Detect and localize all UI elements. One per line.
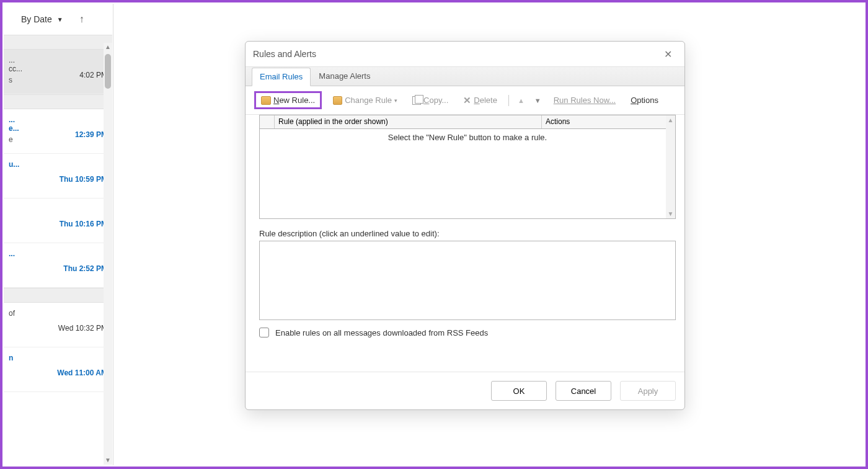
mail-item[interactable]: ...cc...4:02 PMs: [4, 50, 112, 94]
scroll-up-icon[interactable]: ▲: [104, 43, 112, 51]
close-icon: ✕: [664, 48, 672, 60]
mail-subject-fragment: of: [9, 309, 107, 318]
dialog-toolbar: New Rule... Change Rule▾ Copy... ✕ Delet…: [246, 86, 684, 115]
rules-and-alerts-dialog: Rules and Alerts ✕ Email Rules Manage Al…: [245, 41, 685, 410]
rule-icon: [333, 96, 342, 105]
rules-scrollbar[interactable]: ▲ ▼: [666, 115, 675, 218]
scroll-up-icon: ▲: [668, 117, 674, 123]
rss-checkbox-row[interactable]: Enable rules on all messages downloaded …: [259, 328, 676, 337]
mail-sender-fragment: u...: [9, 160, 107, 169]
rules-empty-message: Select the "New Rule" button to make a r…: [260, 129, 675, 146]
mail-item[interactable]: Thu 10:16 PM: [4, 199, 112, 243]
date-group-header: [4, 288, 112, 303]
delete-icon: ✕: [463, 95, 471, 106]
mail-time: Thu 10:59 PM: [60, 175, 107, 184]
chevron-down-icon: ▼: [57, 16, 63, 23]
ok-button[interactable]: OK: [491, 381, 547, 401]
mail-item[interactable]: nWed 11:00 AM: [4, 347, 112, 392]
chevron-down-icon: ▾: [394, 97, 397, 104]
scroll-down-icon: ▼: [668, 210, 674, 217]
copy-icon: [412, 96, 421, 105]
mail-list-pane: By Date ▼ ↑ ...cc...4:02 PMs...e...12:39…: [4, 4, 112, 465]
new-rule-button[interactable]: New Rule...: [254, 91, 322, 109]
rss-label: Enable rules on all messages downloaded …: [275, 328, 488, 337]
options-button[interactable]: Options: [627, 93, 662, 107]
dialog-title: Rules and Alerts: [253, 49, 316, 59]
scroll-down-icon[interactable]: ▼: [104, 456, 112, 465]
rule-description-label: Rule description (click an underlined va…: [259, 229, 676, 238]
rss-checkbox[interactable]: [259, 328, 269, 337]
toolbar-separator: [508, 95, 509, 106]
apply-button[interactable]: Apply: [620, 381, 676, 401]
run-rules-button[interactable]: Run Rules Now...: [550, 93, 619, 107]
dialog-tabs: Email Rules Manage Alerts: [246, 66, 684, 86]
dialog-titlebar: Rules and Alerts ✕: [246, 42, 684, 66]
mail-time: 12:39 PM: [75, 130, 107, 139]
mail-time: Thu 2:52 PM: [63, 264, 107, 273]
mail-time: Wed 10:32 PM: [58, 324, 107, 333]
mail-sender-fragment: ...: [9, 249, 107, 258]
sort-label: By Date: [21, 14, 52, 24]
sort-bar[interactable]: By Date ▼ ↑: [4, 4, 112, 35]
col-rule: Rule (applied in the order shown): [275, 115, 542, 128]
sort-ascending-icon[interactable]: ↑: [79, 14, 84, 25]
move-down-button[interactable]: ▼: [533, 97, 542, 104]
mail-item[interactable]: ofWed 10:32 PM: [4, 303, 112, 347]
date-group-header: [4, 94, 112, 109]
change-rule-button[interactable]: Change Rule▾: [329, 93, 401, 107]
dialog-footer: OK Cancel Apply: [491, 381, 676, 401]
copy-button[interactable]: Copy...: [409, 93, 452, 107]
mail-item[interactable]: u...Thu 10:59 PM: [4, 154, 112, 199]
mail-subject-fragment: n: [9, 354, 107, 362]
mail-item[interactable]: ...e...12:39 PMe: [4, 109, 112, 154]
tab-email-rules[interactable]: Email Rules: [252, 68, 311, 86]
mail-item[interactable]: ...Thu 2:52 PM: [4, 243, 112, 288]
mail-sender-fragment: ...: [9, 56, 107, 65]
date-group-header: [4, 35, 112, 50]
pane-divider[interactable]: [113, 4, 113, 465]
tab-manage-alerts[interactable]: Manage Alerts: [311, 67, 378, 86]
move-up-button[interactable]: ▲: [516, 97, 526, 104]
rules-header: Rule (applied in the order shown) Action…: [260, 115, 675, 129]
close-button[interactable]: ✕: [658, 45, 677, 63]
scrollbar-track[interactable]: ▲ ▼: [104, 43, 112, 465]
rule-icon: [261, 96, 271, 105]
mail-sender-fragment: ...: [9, 115, 107, 124]
scroll-thumb[interactable]: [105, 54, 111, 89]
cancel-button[interactable]: Cancel: [556, 381, 611, 401]
delete-button[interactable]: ✕ Delete: [459, 92, 501, 109]
mail-time: Wed 11:00 AM: [57, 368, 107, 377]
rules-listbox[interactable]: Rule (applied in the order shown) Action…: [259, 115, 676, 219]
col-actions: Actions: [542, 115, 675, 128]
rule-description-box[interactable]: [259, 241, 676, 320]
mail-time: Thu 10:16 PM: [60, 220, 107, 228]
